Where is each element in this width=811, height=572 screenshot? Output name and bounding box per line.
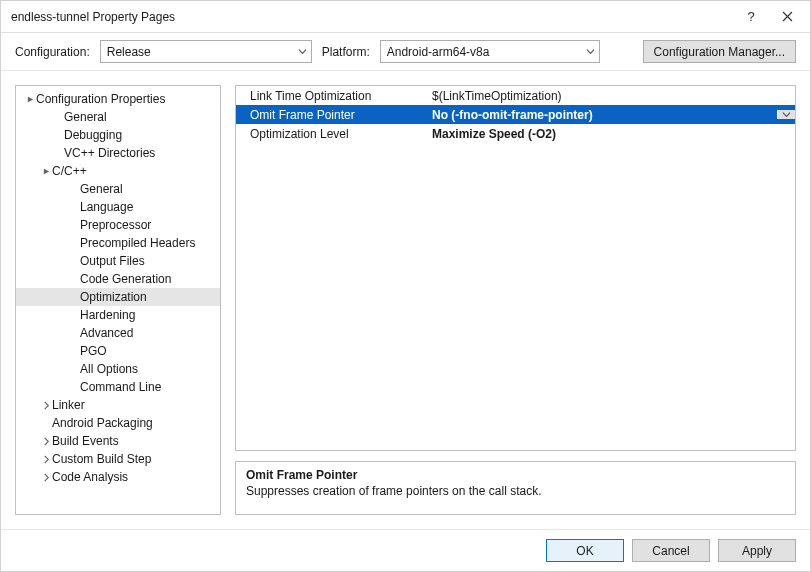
configuration-label: Configuration: [15, 45, 90, 59]
grid-dropdown-button[interactable] [777, 110, 795, 119]
tree-item-label: Code Generation [80, 272, 171, 286]
titlebar: endless-tunnel Property Pages ? [1, 1, 810, 33]
tree-configuration-properties[interactable]: Configuration Properties [16, 90, 220, 108]
property-pages-window: endless-tunnel Property Pages ? Configur… [0, 0, 811, 572]
grid-property-name: Link Time Optimization [236, 89, 428, 103]
tree-item[interactable]: All Options [16, 360, 220, 378]
description-box: Omit Frame Pointer Suppresses creation o… [235, 461, 796, 515]
tree-item[interactable]: PGO [16, 342, 220, 360]
tree-glyph-icon [40, 437, 52, 446]
tree-c-cpp[interactable]: C/C++ [16, 162, 220, 180]
grid-row[interactable]: Link Time Optimization$(LinkTimeOptimiza… [236, 86, 795, 105]
tree-item-label: Code Analysis [52, 470, 128, 484]
configuration-manager-button[interactable]: Configuration Manager... [643, 40, 796, 63]
tree-item[interactable]: Preprocessor [16, 216, 220, 234]
tree-item-label: Linker [52, 398, 85, 412]
tree-item-label: All Options [80, 362, 138, 376]
close-icon [782, 11, 793, 22]
tree-item[interactable]: Android Packaging [16, 414, 220, 432]
tree-glyph-icon [40, 455, 52, 464]
grid-row[interactable]: Optimization LevelMaximize Speed (-O2) [236, 124, 795, 143]
grid-row[interactable]: Omit Frame PointerNo (-fno-omit-frame-po… [236, 105, 795, 124]
tree-glyph-icon [40, 473, 52, 482]
property-grid[interactable]: Link Time Optimization$(LinkTimeOptimiza… [235, 85, 796, 451]
tree-item-label: Optimization [80, 290, 147, 304]
tree-item-label: Custom Build Step [52, 452, 151, 466]
tree-item-label: Configuration Properties [36, 92, 165, 106]
tree-item[interactable]: Code Analysis [16, 468, 220, 486]
tree-item[interactable]: General [16, 180, 220, 198]
tree-item[interactable]: Advanced [16, 324, 220, 342]
tree-item[interactable]: Hardening [16, 306, 220, 324]
tree-item-label: Hardening [80, 308, 135, 322]
grid-property-value: $(LinkTimeOptimization) [428, 89, 777, 103]
help-button[interactable]: ? [742, 8, 760, 26]
tree-item[interactable]: Debugging [16, 126, 220, 144]
tree-item-label: PGO [80, 344, 107, 358]
tree-item[interactable]: Optimization [16, 288, 220, 306]
tree-glyph-icon [40, 167, 52, 176]
tree-item[interactable]: General [16, 108, 220, 126]
tree: Configuration PropertiesGeneralDebugging… [16, 90, 220, 486]
toolbar: Configuration: Release Platform: Android… [1, 33, 810, 71]
tree-item-label: VC++ Directories [64, 146, 155, 160]
tree-item[interactable]: Code Generation [16, 270, 220, 288]
tree-item[interactable]: Build Events [16, 432, 220, 450]
platform-value: Android-arm64-v8a [387, 45, 490, 59]
tree-item[interactable]: Command Line [16, 378, 220, 396]
tree-glyph-icon [24, 95, 36, 104]
tree-glyph-icon [40, 401, 52, 410]
tree-item[interactable]: Linker [16, 396, 220, 414]
description-text: Suppresses creation of frame pointers on… [246, 484, 785, 498]
chevron-down-icon [298, 45, 307, 59]
tree-item-label: Preprocessor [80, 218, 151, 232]
tree-item[interactable]: VC++ Directories [16, 144, 220, 162]
right-pane: Link Time Optimization$(LinkTimeOptimiza… [235, 85, 796, 515]
tree-item-label: Precompiled Headers [80, 236, 195, 250]
tree-item[interactable]: Custom Build Step [16, 450, 220, 468]
tree-item-label: Output Files [80, 254, 145, 268]
description-title: Omit Frame Pointer [246, 468, 785, 482]
tree-item-label: Build Events [52, 434, 119, 448]
grid-property-value: Maximize Speed (-O2) [428, 127, 777, 141]
configuration-dropdown[interactable]: Release [100, 40, 312, 63]
tree-item[interactable]: Precompiled Headers [16, 234, 220, 252]
platform-label: Platform: [322, 45, 370, 59]
ok-button[interactable]: OK [546, 539, 624, 562]
tree-item-label: Debugging [64, 128, 122, 142]
grid-property-name: Optimization Level [236, 127, 428, 141]
grid-property-name: Omit Frame Pointer [236, 108, 428, 122]
tree-item[interactable]: Language [16, 198, 220, 216]
body: Configuration PropertiesGeneralDebugging… [1, 71, 810, 529]
tree-item-label: General [80, 182, 123, 196]
window-title: endless-tunnel Property Pages [11, 10, 742, 24]
close-button[interactable] [778, 8, 796, 26]
footer: OK Cancel Apply [1, 529, 810, 571]
title-controls: ? [742, 8, 804, 26]
tree-item-label: Advanced [80, 326, 133, 340]
platform-dropdown[interactable]: Android-arm64-v8a [380, 40, 600, 63]
apply-button[interactable]: Apply [718, 539, 796, 562]
tree-item-label: C/C++ [52, 164, 87, 178]
grid-property-value: No (-fno-omit-frame-pointer) [428, 108, 777, 122]
tree-item-label: Command Line [80, 380, 161, 394]
tree-item-label: Language [80, 200, 133, 214]
tree-item-label: Android Packaging [52, 416, 153, 430]
tree-item-label: General [64, 110, 107, 124]
tree-pane[interactable]: Configuration PropertiesGeneralDebugging… [15, 85, 221, 515]
chevron-down-icon [586, 45, 595, 59]
cancel-button[interactable]: Cancel [632, 539, 710, 562]
tree-item[interactable]: Output Files [16, 252, 220, 270]
configuration-value: Release [107, 45, 151, 59]
